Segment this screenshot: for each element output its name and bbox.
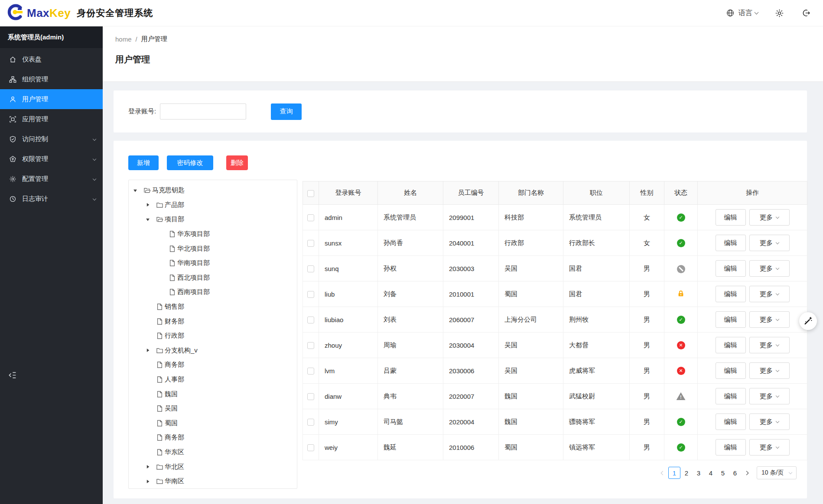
tree-node[interactable]: 蜀国 (129, 416, 297, 431)
sidebar-item-dashboard[interactable]: 仪表盘 (0, 49, 103, 69)
tree-node[interactable]: 魏国 (129, 387, 297, 401)
tree-node[interactable]: 华北项目部 (129, 241, 297, 256)
edit-button[interactable]: 编辑 (716, 311, 746, 328)
sidebar-item-audit[interactable]: 日志审计 (0, 189, 103, 209)
edit-button[interactable]: 编辑 (716, 260, 746, 277)
tree-node[interactable]: 华东项目部 (129, 227, 297, 242)
tree-node[interactable]: 马克思钥匙 (129, 183, 297, 198)
tree-caret-down-icon[interactable] (146, 217, 156, 222)
edit-button[interactable]: 编辑 (716, 388, 746, 404)
row-checkbox[interactable] (307, 444, 314, 451)
row-checkbox[interactable] (307, 291, 314, 298)
more-button[interactable]: 更多 (749, 362, 790, 379)
more-button[interactable]: 更多 (749, 209, 790, 226)
row-checkbox[interactable] (307, 419, 314, 426)
tree-node-label: 销售部 (165, 303, 184, 311)
cell-checkbox (303, 307, 319, 333)
logout-icon[interactable] (800, 7, 812, 19)
tree-node[interactable]: 商务部 (129, 358, 297, 372)
account-input[interactable] (160, 103, 246, 120)
delete-button[interactable]: 删除 (226, 155, 248, 170)
sidebar-item-org[interactable]: 组织管理 (0, 69, 103, 89)
cell-position: 系统管理员 (563, 205, 630, 230)
row-checkbox[interactable] (307, 265, 314, 272)
tree-node[interactable]: 人事部 (129, 372, 297, 387)
row-checkbox[interactable] (307, 393, 314, 400)
next-page-button[interactable] (741, 467, 753, 479)
more-button[interactable]: 更多 (749, 311, 790, 328)
tree-node[interactable]: 西北项目部 (129, 271, 297, 285)
sidebar-item-apps[interactable]: 应用管理 (0, 109, 103, 129)
page-button-3[interactable]: 3 (693, 467, 705, 479)
tree-node-label: 财务部 (165, 317, 184, 326)
add-button[interactable]: 新增 (128, 155, 159, 170)
more-button[interactable]: 更多 (749, 337, 790, 353)
page-button-4[interactable]: 4 (705, 467, 717, 479)
tree-node[interactable]: 华北区 (129, 459, 297, 474)
table-row: sunsx孙尚香2040001行政部行政部长女✓编辑更多 (303, 230, 807, 256)
cell-position: 骠骑将军 (563, 409, 630, 435)
sidebar-item-access[interactable]: 访问控制 (0, 129, 103, 149)
language-menu[interactable]: 语言 (725, 7, 758, 19)
tree-caret-right-icon[interactable] (146, 203, 156, 207)
prev-page-button[interactable] (656, 467, 668, 479)
tree-node[interactable]: 华南项目部 (129, 256, 297, 271)
cell-gender: 男 (630, 435, 664, 460)
more-button[interactable]: 更多 (749, 388, 790, 404)
tree-node[interactable]: 财务部 (129, 314, 297, 329)
cell-gender: 女 (630, 230, 664, 256)
tree-node[interactable]: 吴国 (129, 401, 297, 416)
more-button[interactable]: 更多 (749, 439, 790, 456)
page-button-6[interactable]: 6 (729, 467, 741, 479)
tree-caret-right-icon[interactable] (146, 465, 156, 469)
page-size-select[interactable]: 10 条/页 (757, 466, 797, 479)
sidebar-item-users[interactable]: 用户管理 (0, 89, 103, 109)
cell-employee-id: 2020004 (443, 409, 499, 435)
row-checkbox[interactable] (307, 342, 314, 349)
row-checkbox[interactable] (307, 317, 314, 323)
cell-position: 国君 (563, 256, 630, 281)
tree-node[interactable]: 华东区 (129, 445, 297, 460)
edit-button[interactable]: 编辑 (716, 337, 746, 353)
tree-node[interactable]: 分支机构_v (129, 343, 297, 358)
page-button-2[interactable]: 2 (680, 467, 693, 479)
page-button-5[interactable]: 5 (717, 467, 729, 479)
row-checkbox[interactable] (307, 368, 314, 375)
tree-caret-down-icon[interactable] (133, 188, 143, 193)
query-button[interactable]: 查询 (271, 103, 302, 120)
edit-button[interactable]: 编辑 (716, 235, 746, 251)
status-active-icon: ✓ (677, 239, 685, 247)
edit-button[interactable]: 编辑 (716, 286, 746, 302)
more-button[interactable]: 更多 (749, 286, 790, 302)
floating-wand-button[interactable] (799, 312, 817, 330)
row-checkbox[interactable] (307, 214, 314, 221)
change-password-button[interactable]: 密码修改 (167, 155, 213, 170)
sidebar-collapse-button[interactable] (8, 371, 17, 380)
tree-node[interactable]: 商务部 (129, 430, 297, 445)
sidebar-item-label: 仪表盘 (22, 55, 42, 64)
row-checkbox[interactable] (307, 240, 314, 247)
cell-name: 刘表 (378, 307, 443, 333)
tree-node-label: 商务部 (165, 433, 184, 442)
sidebar-item-permission[interactable]: 权限管理 (0, 149, 103, 169)
edit-button[interactable]: 编辑 (716, 209, 746, 226)
tree-node[interactable]: 华南区 (129, 474, 297, 489)
tree-node[interactable]: 销售部 (129, 300, 297, 314)
edit-button[interactable]: 编辑 (716, 362, 746, 379)
page-button-1[interactable]: 1 (668, 467, 680, 479)
more-button[interactable]: 更多 (749, 414, 790, 430)
tree-node[interactable]: 项目部 (129, 212, 297, 227)
tree-node[interactable]: 产品部 (129, 198, 297, 213)
more-button[interactable]: 更多 (749, 260, 790, 277)
settings-gear-icon[interactable] (774, 7, 785, 19)
edit-button[interactable]: 编辑 (716, 439, 746, 456)
select-all-checkbox[interactable] (307, 190, 314, 197)
more-button[interactable]: 更多 (749, 235, 790, 251)
breadcrumb-home-link[interactable]: home (115, 36, 132, 43)
tree-caret-right-icon[interactable] (146, 479, 156, 484)
tree-node[interactable]: 行政部 (129, 329, 297, 343)
tree-node[interactable]: 西南项目部 (129, 285, 297, 300)
tree-caret-right-icon[interactable] (146, 348, 156, 352)
sidebar-item-config[interactable]: 配置管理 (0, 169, 103, 189)
edit-button[interactable]: 编辑 (716, 414, 746, 430)
